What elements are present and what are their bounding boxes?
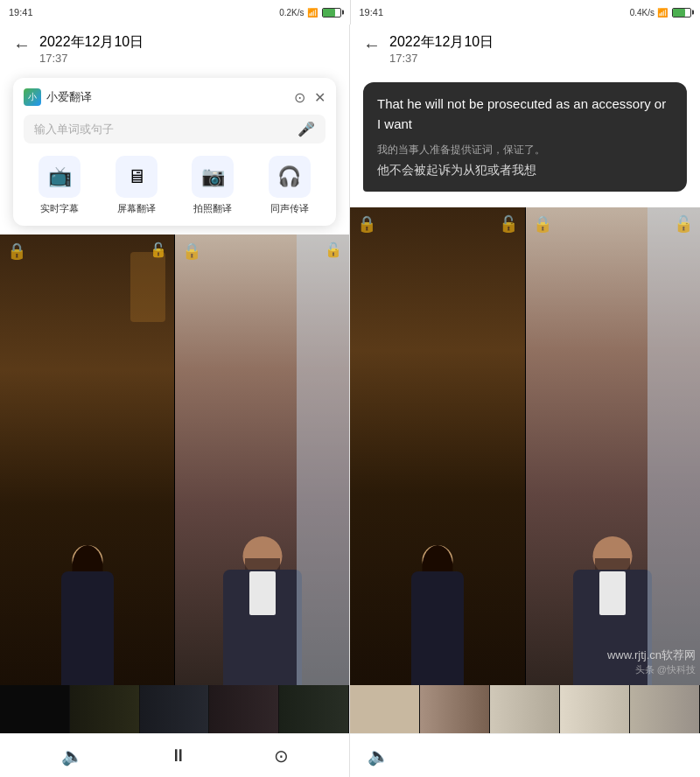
- popup-header: 小 小爱翻译 ⊙ ✕: [24, 88, 326, 106]
- right-header-title: 2022年12月10日 17:37: [389, 33, 494, 65]
- signal-icon-left: 📶: [307, 8, 318, 18]
- signal-icon-right: 📶: [657, 8, 668, 18]
- left-video-area: 🔒 🔓: [0, 234, 349, 685]
- right-panel: ← 2022年12月10日 17:37 That he will not be …: [350, 24, 700, 777]
- right-thumbnails: [350, 685, 700, 733]
- left-thumbnails: [0, 685, 349, 733]
- lock-icon-tl: 🔒: [7, 242, 26, 261]
- feature-screen[interactable]: 🖥 屏幕翻译: [101, 156, 173, 215]
- screen-icon: 🖥: [116, 156, 158, 198]
- right-video-container: 🔒 🔓 🔒 🔓: [350, 207, 700, 777]
- watermark-text: www.rjtj.cn软荐网: [607, 648, 696, 663]
- app-name: 小爱翻译: [46, 89, 92, 105]
- mic-icon[interactable]: 🎤: [298, 121, 315, 137]
- search-placeholder: 输入单词或句子: [34, 122, 298, 137]
- right-thumb-2: [420, 685, 490, 733]
- chat-bubble: That he will not be prosecuted as an acc…: [363, 82, 687, 192]
- original-text: That he will not be prosecuted as an acc…: [377, 94, 673, 134]
- back-button-right[interactable]: ←: [363, 35, 381, 55]
- popup-title-area: 小 小爱翻译: [24, 88, 92, 106]
- battery-left: [322, 8, 341, 18]
- back-button-left[interactable]: ←: [13, 35, 31, 55]
- pause-button[interactable]: ⏸: [170, 746, 187, 766]
- translated-text: 他不会被起诉为从犯或者我想: [377, 161, 673, 179]
- feature-simultaneous[interactable]: 🎧 同声传译: [254, 156, 326, 215]
- right-controls: 🔈: [350, 733, 700, 777]
- right-video-frame2: 🔒 🔓: [526, 207, 701, 685]
- translated-hint: 我的当事人准备提供证词，保证了。: [377, 143, 673, 158]
- realtime-icon: 📺: [38, 156, 80, 198]
- lock-icon-r-tl: 🔒: [357, 214, 376, 234]
- lock-icon-bl: 🔒: [182, 242, 201, 261]
- screen-label: 屏幕翻译: [117, 202, 156, 215]
- left-controls: 🔈 ⏸ ⊙: [0, 733, 349, 777]
- status-icons-right: 0.4K/s 📶: [630, 8, 691, 18]
- search-input-area[interactable]: 输入单词或句子 🎤: [24, 115, 326, 144]
- volume-icon-left[interactable]: 🔈: [61, 746, 83, 766]
- network-right: 0.4K/s: [630, 8, 654, 18]
- app-icon: 小: [24, 88, 41, 106]
- unlock-icon-r-br: 🔓: [674, 214, 693, 234]
- right-thumb-4: [560, 685, 630, 733]
- watermark-area: www.rjtj.cn软荐网 头条 @快科技: [607, 648, 696, 676]
- photo-icon: 📷: [192, 156, 234, 198]
- left-video-frame1: 🔒 🔓: [0, 234, 175, 685]
- right-date: 2022年12月10日: [389, 33, 494, 52]
- thumb-4: [209, 685, 279, 733]
- battery-right: [672, 8, 691, 18]
- volume-icon-right[interactable]: 🔈: [368, 746, 389, 766]
- thumb-5: [279, 685, 349, 733]
- photo-label: 拍照翻译: [193, 202, 232, 215]
- status-bar-right: 19:41 0.4K/s 📶: [351, 0, 701, 24]
- right-thumb-3: [490, 685, 560, 733]
- main-content: ← 2022年12月10日 17:37 小 小爱翻译 ⊙ ✕ 输入单词或句子 🎤: [0, 24, 700, 777]
- left-header: ← 2022年12月10日 17:37: [0, 24, 349, 74]
- thumb-1: [0, 685, 70, 733]
- feature-photo[interactable]: 📷 拍照翻译: [177, 156, 249, 215]
- realtime-label: 实时字幕: [40, 202, 79, 215]
- status-bar: 19:41 0.2K/s 📶 19:41 0.4K/s 📶: [0, 0, 700, 24]
- watermark-sub: 头条 @快科技: [607, 663, 696, 676]
- feature-grid: 📺 实时字幕 🖥 屏幕翻译 📷 拍照翻译 🎧 同声传译: [24, 156, 326, 215]
- right-video-frame1: 🔒 🔓: [350, 207, 526, 685]
- close-icon[interactable]: ✕: [314, 89, 326, 106]
- unlock-icon-tr: 🔓: [150, 242, 167, 258]
- unlock-icon-br: 🔓: [325, 242, 342, 258]
- left-video-frame2: 🔒 🔓: [175, 234, 349, 685]
- left-panel: ← 2022年12月10日 17:37 小 小爱翻译 ⊙ ✕ 输入单词或句子 🎤: [0, 24, 350, 777]
- simultaneous-icon: 🎧: [269, 156, 311, 198]
- unlock-icon-r-tr: 🔓: [499, 214, 518, 234]
- left-header-title: 2022年12月10日 17:37: [39, 33, 144, 65]
- right-video-area: 🔒 🔓 🔒 🔓: [350, 207, 700, 685]
- right-time: 17:37: [389, 52, 494, 65]
- settings-icon[interactable]: ⊙: [294, 89, 305, 106]
- popup-actions: ⊙ ✕: [294, 89, 326, 106]
- thumb-3: [140, 685, 210, 733]
- status-bar-left: 19:41 0.2K/s 📶: [0, 0, 351, 24]
- right-controls-half: 🔈: [350, 734, 700, 777]
- translation-popup: 小 小爱翻译 ⊙ ✕ 输入单词或句子 🎤 📺 实时字幕 🖥: [13, 78, 336, 226]
- right-thumb-5: [630, 685, 700, 733]
- more-button[interactable]: ⊙: [274, 746, 289, 766]
- time-left: 19:41: [9, 7, 33, 18]
- lock-icon-r-bl: 🔒: [533, 214, 552, 234]
- simultaneous-label: 同声传译: [270, 202, 309, 215]
- chat-area: That he will not be prosecuted as an acc…: [350, 74, 700, 207]
- right-header: ← 2022年12月10日 17:37: [350, 24, 700, 74]
- status-icons-left: 0.2K/s 📶: [279, 8, 340, 18]
- feature-realtime[interactable]: 📺 实时字幕: [24, 156, 96, 215]
- left-controls-half: 🔈 ⏸ ⊙: [0, 734, 349, 777]
- left-date: 2022年12月10日: [39, 33, 144, 52]
- right-thumb-1: [350, 685, 420, 733]
- network-left: 0.2K/s: [279, 8, 304, 18]
- time-right: 19:41: [360, 7, 384, 18]
- thumb-2: [70, 685, 140, 733]
- left-time: 17:37: [39, 52, 144, 65]
